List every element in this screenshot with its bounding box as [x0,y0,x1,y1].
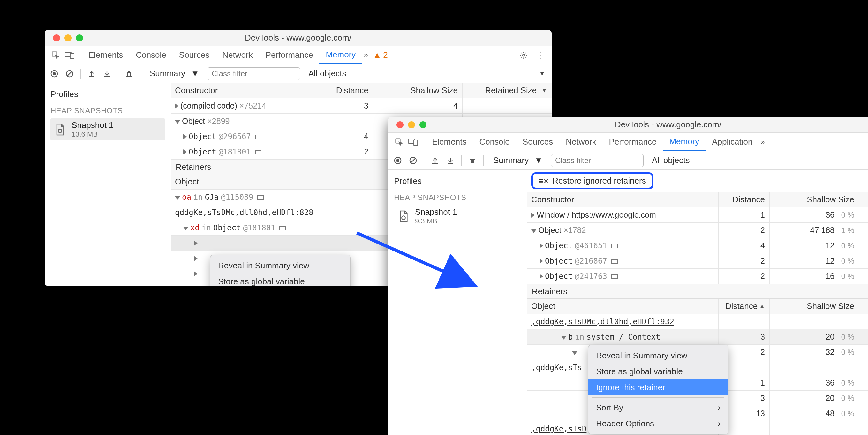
summary-dropdown[interactable]: Summary ▼ [489,155,547,165]
kebab-menu-icon[interactable]: ⋮ [534,49,547,62]
col-retained[interactable]: Retained Size▼ [859,192,868,207]
memory-toolbar: Summary ▼ All objects ▼ [45,64,552,83]
tab-sources[interactable]: Sources [516,133,559,151]
chevron-down-icon[interactable]: ▼ [539,70,545,77]
download-icon[interactable] [445,155,456,166]
tab-network[interactable]: Network [559,133,602,151]
title-bar: DevTools - www.google.com/ [388,117,868,133]
col-distance[interactable]: Distance [322,83,373,98]
menu-reveal-summary[interactable]: Reveal in Summary view [210,257,350,274]
device-toggle-icon[interactable] [407,136,420,148]
snapshot-size: 9.3 MB [415,217,457,225]
col-constructor[interactable]: Constructor [527,195,718,205]
table-row[interactable]: b in system / Context 3 200 % 200 % [527,329,868,345]
menu-reveal-summary[interactable]: Reveal in Summary view [588,347,728,364]
close-window-button[interactable] [397,121,404,128]
summary-label: Summary [150,69,185,79]
sidebar-profiles-header: Profiles [51,89,165,99]
inspect-icon[interactable] [393,136,405,148]
tab-network[interactable]: Network [216,46,259,64]
inspect-icon[interactable] [49,49,62,62]
class-filter-input[interactable] [551,154,644,167]
more-tabs-chevron-icon[interactable]: » [759,138,767,146]
menu-header-options[interactable]: Header Options› [588,415,728,432]
collect-garbage-icon[interactable] [123,68,135,80]
retainers-grid-header: Object Distance▲ Shallow Size Retained S… [527,299,868,314]
upload-icon[interactable] [86,68,97,80]
snapshot-item[interactable]: Snapshot 1 9.3 MB [394,205,521,227]
restore-ignored-retainers-button[interactable]: ≡× Restore ignored retainers [531,172,653,189]
tab-console[interactable]: Console [129,46,173,64]
context-menu: Reveal in Summary view Store as global v… [210,255,350,286]
snapshot-name: Snapshot 1 [71,120,114,130]
device-toggle-icon[interactable] [63,49,76,62]
record-icon[interactable] [49,68,60,80]
menu-store-global[interactable]: Store as global variable [210,274,350,286]
col-distance[interactable]: Distance▲ [718,299,769,314]
constructor-grid-header: Constructor Distance Shallow Size Retain… [171,83,552,98]
maximize-window-button[interactable] [76,34,83,41]
warning-count: 2 [383,50,388,60]
col-shallow[interactable]: Shallow Size [769,192,859,207]
tab-performance[interactable]: Performance [259,46,319,64]
col-distance[interactable]: Distance [718,192,769,207]
table-row[interactable]: Object @241763 2 160 % 87 1121 % [527,269,868,284]
sidebar-heap-section: HEAP SNAPSHOTS [394,193,521,202]
download-icon[interactable] [101,68,113,80]
window-title: DevTools - www.google.com/ [388,120,868,130]
tab-console[interactable]: Console [473,133,516,151]
table-row[interactable]: Object @216867 2 120 % 622 3767 % [527,253,868,269]
clear-icon[interactable] [64,68,75,80]
upload-icon[interactable] [429,155,441,166]
profiles-sidebar: Profiles HEAP SNAPSHOTS Snapshot 1 9.3 M… [388,170,527,435]
tab-elements[interactable]: Elements [426,133,473,151]
col-shallow[interactable]: Shallow Size [373,83,462,98]
col-shallow[interactable]: Shallow Size [769,299,859,314]
snapshot-icon [53,123,67,136]
table-row[interactable]: Window / https://www.google.com 1 360 % … [527,208,868,223]
more-tabs-chevron-icon[interactable]: » [362,51,370,59]
element-link-icon [611,259,618,263]
menu-sort-by[interactable]: Sort By› [588,400,728,415]
devtools-window-2: DevTools - www.google.com/ Elements Cons… [388,117,868,435]
col-retained[interactable]: Retained Size [859,299,868,314]
menu-store-global[interactable]: Store as global variable [588,364,728,379]
main-tab-bar: Elements Console Sources Network Perform… [45,46,552,64]
minimize-window-button[interactable] [408,121,415,128]
tab-application[interactable]: Application [706,133,759,151]
svg-line-7 [67,71,72,76]
minimize-window-button[interactable] [64,34,71,41]
svg-point-3 [523,54,525,56]
memory-toolbar: Summary ▼ All objects ▼ [388,151,868,170]
summary-dropdown[interactable]: Summary ▼ [145,69,204,79]
tab-performance[interactable]: Performance [603,133,663,151]
table-row[interactable]: Object ×1782 2 47 1881 % 3 580 57639 % [527,223,868,238]
clear-icon[interactable] [407,155,419,166]
svg-point-8 [58,129,62,132]
constructor-grid-header: Constructor Distance Shallow Size Retain… [527,192,868,208]
all-objects-dropdown[interactable]: All objects [652,155,690,165]
warning-badge[interactable]: ▲ 2 [373,50,388,60]
close-window-button[interactable] [53,34,60,41]
col-retained[interactable]: Retained Size▼ [462,83,552,98]
source-link-row[interactable]: ,qddgKe,sTsDMc,dtl0hd,eHDfl:932 [527,314,868,329]
menu-ignore-retainer[interactable]: Ignore this retainer [588,379,728,396]
tab-memory[interactable]: Memory [663,133,706,151]
window-title: DevTools - www.google.com/ [45,33,552,43]
sidebar-profiles-header: Profiles [394,176,521,186]
table-row[interactable]: Object @461651 4 120 % 2 251 04824 % [527,238,868,253]
tab-sources[interactable]: Sources [173,46,216,64]
maximize-window-button[interactable] [420,121,427,128]
col-object[interactable]: Object [527,301,718,311]
element-link-icon [255,150,261,154]
tab-elements[interactable]: Elements [82,46,129,64]
table-row[interactable]: (compiled code) ×75214 34 [171,98,552,114]
tab-memory[interactable]: Memory [319,46,362,64]
snapshot-item[interactable]: Snapshot 1 13.6 MB [51,118,165,141]
gear-icon[interactable] [517,49,530,62]
record-icon[interactable] [392,155,404,166]
collect-garbage-icon[interactable] [467,155,478,166]
all-objects-dropdown[interactable]: All objects [308,69,346,79]
col-constructor[interactable]: Constructor [171,86,322,95]
class-filter-input[interactable] [208,67,300,80]
